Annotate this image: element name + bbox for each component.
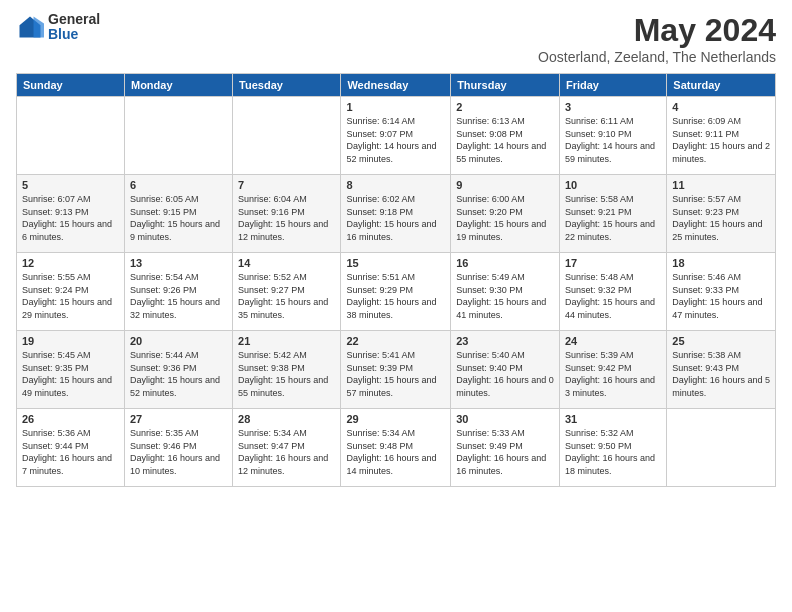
calendar-cell: 3Sunrise: 6:11 AM Sunset: 9:10 PM Daylig… [559, 97, 666, 175]
day-number: 18 [672, 257, 770, 269]
logo-text: General Blue [48, 12, 100, 43]
day-info: Sunrise: 6:09 AM Sunset: 9:11 PM Dayligh… [672, 115, 770, 165]
weekday-header: Thursday [451, 74, 560, 97]
calendar-cell: 16Sunrise: 5:49 AM Sunset: 9:30 PM Dayli… [451, 253, 560, 331]
day-info: Sunrise: 5:58 AM Sunset: 9:21 PM Dayligh… [565, 193, 661, 243]
calendar-cell: 17Sunrise: 5:48 AM Sunset: 9:32 PM Dayli… [559, 253, 666, 331]
day-number: 19 [22, 335, 119, 347]
day-number: 7 [238, 179, 335, 191]
day-number: 16 [456, 257, 554, 269]
calendar-cell: 10Sunrise: 5:58 AM Sunset: 9:21 PM Dayli… [559, 175, 666, 253]
calendar-cell: 29Sunrise: 5:34 AM Sunset: 9:48 PM Dayli… [341, 409, 451, 487]
calendar-week-row: 5Sunrise: 6:07 AM Sunset: 9:13 PM Daylig… [17, 175, 776, 253]
logo-icon [16, 13, 44, 41]
weekday-header: Wednesday [341, 74, 451, 97]
day-info: Sunrise: 5:41 AM Sunset: 9:39 PM Dayligh… [346, 349, 445, 399]
day-info: Sunrise: 5:36 AM Sunset: 9:44 PM Dayligh… [22, 427, 119, 477]
day-number: 20 [130, 335, 227, 347]
day-info: Sunrise: 5:52 AM Sunset: 9:27 PM Dayligh… [238, 271, 335, 321]
calendar-cell: 8Sunrise: 6:02 AM Sunset: 9:18 PM Daylig… [341, 175, 451, 253]
day-number: 25 [672, 335, 770, 347]
day-info: Sunrise: 6:11 AM Sunset: 9:10 PM Dayligh… [565, 115, 661, 165]
weekday-header: Friday [559, 74, 666, 97]
day-number: 24 [565, 335, 661, 347]
day-info: Sunrise: 5:57 AM Sunset: 9:23 PM Dayligh… [672, 193, 770, 243]
day-number: 9 [456, 179, 554, 191]
calendar-cell: 11Sunrise: 5:57 AM Sunset: 9:23 PM Dayli… [667, 175, 776, 253]
main-title: May 2024 [538, 12, 776, 49]
calendar-cell: 26Sunrise: 5:36 AM Sunset: 9:44 PM Dayli… [17, 409, 125, 487]
day-info: Sunrise: 5:35 AM Sunset: 9:46 PM Dayligh… [130, 427, 227, 477]
calendar-cell: 27Sunrise: 5:35 AM Sunset: 9:46 PM Dayli… [124, 409, 232, 487]
calendar-cell: 13Sunrise: 5:54 AM Sunset: 9:26 PM Dayli… [124, 253, 232, 331]
calendar-week-row: 1Sunrise: 6:14 AM Sunset: 9:07 PM Daylig… [17, 97, 776, 175]
day-number: 21 [238, 335, 335, 347]
calendar-week-row: 26Sunrise: 5:36 AM Sunset: 9:44 PM Dayli… [17, 409, 776, 487]
calendar-header-row: SundayMondayTuesdayWednesdayThursdayFrid… [17, 74, 776, 97]
calendar-cell [233, 97, 341, 175]
day-number: 6 [130, 179, 227, 191]
day-number: 30 [456, 413, 554, 425]
calendar-cell: 30Sunrise: 5:33 AM Sunset: 9:49 PM Dayli… [451, 409, 560, 487]
day-number: 11 [672, 179, 770, 191]
calendar-table: SundayMondayTuesdayWednesdayThursdayFrid… [16, 73, 776, 487]
calendar-cell: 14Sunrise: 5:52 AM Sunset: 9:27 PM Dayli… [233, 253, 341, 331]
calendar-week-row: 12Sunrise: 5:55 AM Sunset: 9:24 PM Dayli… [17, 253, 776, 331]
weekday-header: Sunday [17, 74, 125, 97]
calendar-cell: 2Sunrise: 6:13 AM Sunset: 9:08 PM Daylig… [451, 97, 560, 175]
day-info: Sunrise: 5:42 AM Sunset: 9:38 PM Dayligh… [238, 349, 335, 399]
calendar-cell: 19Sunrise: 5:45 AM Sunset: 9:35 PM Dayli… [17, 331, 125, 409]
day-number: 14 [238, 257, 335, 269]
calendar-cell: 15Sunrise: 5:51 AM Sunset: 9:29 PM Dayli… [341, 253, 451, 331]
day-number: 27 [130, 413, 227, 425]
day-number: 29 [346, 413, 445, 425]
subtitle: Oosterland, Zeeland, The Netherlands [538, 49, 776, 65]
calendar-cell: 31Sunrise: 5:32 AM Sunset: 9:50 PM Dayli… [559, 409, 666, 487]
day-info: Sunrise: 5:44 AM Sunset: 9:36 PM Dayligh… [130, 349, 227, 399]
calendar-cell [17, 97, 125, 175]
day-number: 2 [456, 101, 554, 113]
logo: General Blue [16, 12, 100, 43]
day-number: 1 [346, 101, 445, 113]
day-info: Sunrise: 5:54 AM Sunset: 9:26 PM Dayligh… [130, 271, 227, 321]
calendar-cell: 4Sunrise: 6:09 AM Sunset: 9:11 PM Daylig… [667, 97, 776, 175]
day-number: 13 [130, 257, 227, 269]
calendar-cell: 28Sunrise: 5:34 AM Sunset: 9:47 PM Dayli… [233, 409, 341, 487]
day-info: Sunrise: 5:32 AM Sunset: 9:50 PM Dayligh… [565, 427, 661, 477]
calendar-cell: 22Sunrise: 5:41 AM Sunset: 9:39 PM Dayli… [341, 331, 451, 409]
day-info: Sunrise: 6:14 AM Sunset: 9:07 PM Dayligh… [346, 115, 445, 165]
calendar-cell: 7Sunrise: 6:04 AM Sunset: 9:16 PM Daylig… [233, 175, 341, 253]
title-section: May 2024 Oosterland, Zeeland, The Nether… [538, 12, 776, 65]
calendar-cell: 23Sunrise: 5:40 AM Sunset: 9:40 PM Dayli… [451, 331, 560, 409]
day-info: Sunrise: 5:45 AM Sunset: 9:35 PM Dayligh… [22, 349, 119, 399]
day-info: Sunrise: 5:46 AM Sunset: 9:33 PM Dayligh… [672, 271, 770, 321]
calendar-cell: 18Sunrise: 5:46 AM Sunset: 9:33 PM Dayli… [667, 253, 776, 331]
header: General Blue May 2024 Oosterland, Zeelan… [16, 12, 776, 65]
day-info: Sunrise: 5:40 AM Sunset: 9:40 PM Dayligh… [456, 349, 554, 399]
day-info: Sunrise: 6:05 AM Sunset: 9:15 PM Dayligh… [130, 193, 227, 243]
calendar-cell: 21Sunrise: 5:42 AM Sunset: 9:38 PM Dayli… [233, 331, 341, 409]
day-info: Sunrise: 6:02 AM Sunset: 9:18 PM Dayligh… [346, 193, 445, 243]
calendar-cell: 5Sunrise: 6:07 AM Sunset: 9:13 PM Daylig… [17, 175, 125, 253]
calendar-cell: 9Sunrise: 6:00 AM Sunset: 9:20 PM Daylig… [451, 175, 560, 253]
logo-blue-text: Blue [48, 27, 100, 42]
day-info: Sunrise: 6:04 AM Sunset: 9:16 PM Dayligh… [238, 193, 335, 243]
day-info: Sunrise: 5:38 AM Sunset: 9:43 PM Dayligh… [672, 349, 770, 399]
day-number: 15 [346, 257, 445, 269]
day-number: 23 [456, 335, 554, 347]
calendar-cell [667, 409, 776, 487]
weekday-header: Tuesday [233, 74, 341, 97]
logo-general-text: General [48, 12, 100, 27]
day-number: 8 [346, 179, 445, 191]
day-info: Sunrise: 6:13 AM Sunset: 9:08 PM Dayligh… [456, 115, 554, 165]
day-info: Sunrise: 6:07 AM Sunset: 9:13 PM Dayligh… [22, 193, 119, 243]
day-number: 17 [565, 257, 661, 269]
calendar-cell: 25Sunrise: 5:38 AM Sunset: 9:43 PM Dayli… [667, 331, 776, 409]
page: General Blue May 2024 Oosterland, Zeelan… [0, 0, 792, 612]
calendar-cell [124, 97, 232, 175]
day-info: Sunrise: 6:00 AM Sunset: 9:20 PM Dayligh… [456, 193, 554, 243]
day-info: Sunrise: 5:34 AM Sunset: 9:48 PM Dayligh… [346, 427, 445, 477]
day-info: Sunrise: 5:33 AM Sunset: 9:49 PM Dayligh… [456, 427, 554, 477]
calendar-week-row: 19Sunrise: 5:45 AM Sunset: 9:35 PM Dayli… [17, 331, 776, 409]
day-info: Sunrise: 5:48 AM Sunset: 9:32 PM Dayligh… [565, 271, 661, 321]
